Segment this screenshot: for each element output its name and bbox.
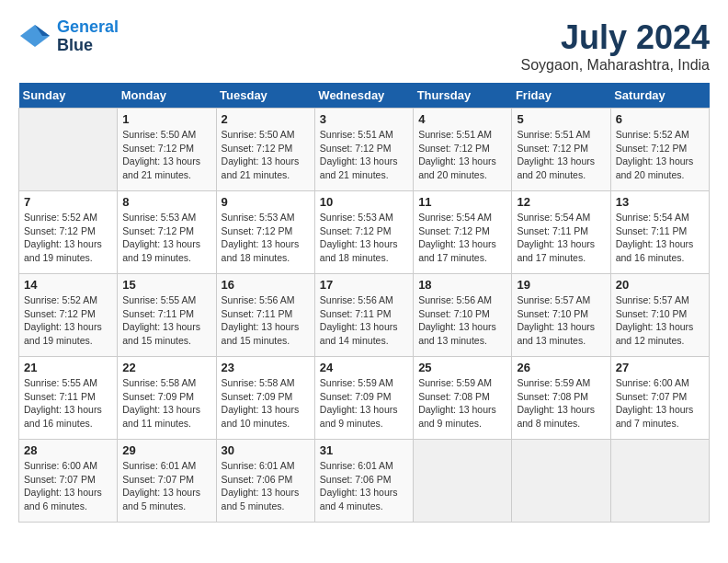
calendar-week-row: 28Sunrise: 6:00 AM Sunset: 7:07 PM Dayli… [19, 440, 710, 523]
calendar-day-cell: 11Sunrise: 5:54 AM Sunset: 7:12 PM Dayli… [414, 191, 512, 274]
calendar-day-cell: 30Sunrise: 6:01 AM Sunset: 7:06 PM Dayli… [216, 440, 314, 523]
calendar-day-cell [512, 440, 610, 523]
calendar-day-cell [19, 109, 118, 191]
weekday-header-wednesday: Wednesday [314, 83, 413, 109]
day-info: Sunrise: 5:57 AM Sunset: 7:10 PM Dayligh… [616, 293, 704, 348]
day-info: Sunrise: 5:51 AM Sunset: 7:12 PM Dayligh… [320, 128, 408, 182]
day-number: 12 [517, 195, 605, 209]
day-info: Sunrise: 5:55 AM Sunset: 7:11 PM Dayligh… [24, 376, 112, 431]
day-info: Sunrise: 5:56 AM Sunset: 7:11 PM Dayligh… [222, 293, 310, 348]
location-subtitle: Soygaon, Maharashtra, India [521, 57, 710, 74]
weekday-header-row: SundayMondayTuesdayWednesdayThursdayFrid… [19, 83, 710, 109]
calendar-day-cell: 8Sunrise: 5:53 AM Sunset: 7:12 PM Daylig… [118, 191, 216, 274]
day-number: 16 [222, 278, 310, 292]
calendar-day-cell: 13Sunrise: 5:54 AM Sunset: 7:11 PM Dayli… [610, 191, 709, 274]
calendar-day-cell: 16Sunrise: 5:56 AM Sunset: 7:11 PM Dayli… [216, 274, 314, 357]
calendar-day-cell: 29Sunrise: 6:01 AM Sunset: 7:07 PM Dayli… [118, 440, 216, 523]
calendar-day-cell: 28Sunrise: 6:00 AM Sunset: 7:07 PM Dayli… [19, 440, 118, 523]
calendar-week-row: 21Sunrise: 5:55 AM Sunset: 7:11 PM Dayli… [19, 357, 710, 440]
weekday-header-friday: Friday [512, 83, 610, 109]
day-number: 8 [122, 195, 210, 209]
calendar-day-cell: 23Sunrise: 5:58 AM Sunset: 7:09 PM Dayli… [216, 357, 314, 440]
day-info: Sunrise: 5:54 AM Sunset: 7:11 PM Dayligh… [517, 211, 605, 265]
calendar-week-row: 14Sunrise: 5:52 AM Sunset: 7:12 PM Dayli… [19, 274, 710, 357]
calendar-day-cell: 1Sunrise: 5:50 AM Sunset: 7:12 PM Daylig… [118, 109, 216, 191]
day-number: 25 [418, 361, 506, 374]
day-info: Sunrise: 5:52 AM Sunset: 7:12 PM Dayligh… [24, 293, 112, 348]
day-info: Sunrise: 5:52 AM Sunset: 7:12 PM Dayligh… [24, 211, 112, 265]
day-number: 4 [418, 112, 506, 126]
page-header: General Blue July 2024 Soygaon, Maharash… [18, 18, 710, 74]
calendar-week-row: 1Sunrise: 5:50 AM Sunset: 7:12 PM Daylig… [19, 109, 710, 191]
day-info: Sunrise: 5:59 AM Sunset: 7:08 PM Dayligh… [418, 376, 506, 431]
day-info: Sunrise: 5:56 AM Sunset: 7:11 PM Dayligh… [320, 293, 408, 348]
day-info: Sunrise: 5:59 AM Sunset: 7:08 PM Dayligh… [517, 376, 605, 431]
day-number: 1 [122, 112, 210, 126]
month-title: July 2024 [521, 18, 710, 57]
calendar-day-cell: 3Sunrise: 5:51 AM Sunset: 7:12 PM Daylig… [314, 109, 413, 191]
day-info: Sunrise: 5:58 AM Sunset: 7:09 PM Dayligh… [222, 376, 310, 431]
calendar-day-cell: 6Sunrise: 5:52 AM Sunset: 7:12 PM Daylig… [610, 109, 709, 191]
day-number: 22 [122, 361, 210, 374]
calendar-day-cell: 24Sunrise: 5:59 AM Sunset: 7:09 PM Dayli… [314, 357, 413, 440]
day-number: 7 [24, 195, 112, 209]
calendar-table: SundayMondayTuesdayWednesdayThursdayFrid… [18, 83, 710, 523]
day-number: 31 [320, 443, 408, 457]
day-number: 2 [222, 112, 310, 126]
day-info: Sunrise: 5:51 AM Sunset: 7:12 PM Dayligh… [418, 128, 506, 182]
day-info: Sunrise: 5:53 AM Sunset: 7:12 PM Dayligh… [222, 211, 310, 265]
day-number: 10 [320, 195, 408, 209]
day-info: Sunrise: 5:55 AM Sunset: 7:11 PM Dayligh… [122, 293, 210, 348]
calendar-day-cell: 12Sunrise: 5:54 AM Sunset: 7:11 PM Dayli… [512, 191, 610, 274]
day-number: 6 [616, 112, 704, 126]
calendar-day-cell [610, 440, 709, 523]
day-number: 29 [122, 443, 210, 457]
calendar-day-cell: 2Sunrise: 5:50 AM Sunset: 7:12 PM Daylig… [216, 109, 314, 191]
weekday-header-saturday: Saturday [610, 83, 709, 109]
calendar-day-cell: 26Sunrise: 5:59 AM Sunset: 7:08 PM Dayli… [512, 357, 610, 440]
calendar-day-cell: 25Sunrise: 5:59 AM Sunset: 7:08 PM Dayli… [414, 357, 512, 440]
day-info: Sunrise: 6:00 AM Sunset: 7:07 PM Dayligh… [616, 376, 704, 431]
weekday-header-sunday: Sunday [19, 83, 118, 109]
day-info: Sunrise: 5:54 AM Sunset: 7:12 PM Dayligh… [418, 211, 506, 265]
day-number: 28 [24, 443, 112, 457]
day-info: Sunrise: 5:56 AM Sunset: 7:10 PM Dayligh… [418, 293, 506, 348]
day-info: Sunrise: 5:53 AM Sunset: 7:12 PM Dayligh… [320, 211, 408, 265]
day-number: 26 [517, 361, 605, 374]
day-number: 14 [24, 278, 112, 292]
day-info: Sunrise: 5:58 AM Sunset: 7:09 PM Dayligh… [122, 376, 210, 431]
day-info: Sunrise: 5:54 AM Sunset: 7:11 PM Dayligh… [616, 211, 704, 265]
calendar-day-cell: 31Sunrise: 6:01 AM Sunset: 7:06 PM Dayli… [314, 440, 413, 523]
calendar-day-cell: 19Sunrise: 5:57 AM Sunset: 7:10 PM Dayli… [512, 274, 610, 357]
calendar-week-row: 7Sunrise: 5:52 AM Sunset: 7:12 PM Daylig… [19, 191, 710, 274]
day-number: 15 [122, 278, 210, 292]
day-info: Sunrise: 6:01 AM Sunset: 7:06 PM Dayligh… [222, 459, 310, 513]
day-number: 27 [616, 361, 704, 374]
day-number: 13 [616, 195, 704, 209]
calendar-day-cell: 27Sunrise: 6:00 AM Sunset: 7:07 PM Dayli… [610, 357, 709, 440]
day-info: Sunrise: 6:00 AM Sunset: 7:07 PM Dayligh… [24, 459, 112, 513]
day-number: 21 [24, 361, 112, 374]
calendar-day-cell: 5Sunrise: 5:51 AM Sunset: 7:12 PM Daylig… [512, 109, 610, 191]
day-info: Sunrise: 6:01 AM Sunset: 7:06 PM Dayligh… [320, 459, 408, 513]
title-block: July 2024 Soygaon, Maharashtra, India [521, 18, 710, 74]
day-number: 17 [320, 278, 408, 292]
calendar-day-cell: 10Sunrise: 5:53 AM Sunset: 7:12 PM Dayli… [314, 191, 413, 274]
calendar-day-cell: 17Sunrise: 5:56 AM Sunset: 7:11 PM Dayli… [314, 274, 413, 357]
calendar-day-cell: 21Sunrise: 5:55 AM Sunset: 7:11 PM Dayli… [19, 357, 118, 440]
calendar-day-cell: 7Sunrise: 5:52 AM Sunset: 7:12 PM Daylig… [19, 191, 118, 274]
day-info: Sunrise: 5:52 AM Sunset: 7:12 PM Dayligh… [616, 128, 704, 182]
logo: General Blue [18, 18, 119, 55]
weekday-header-monday: Monday [118, 83, 216, 109]
calendar-day-cell: 18Sunrise: 5:56 AM Sunset: 7:10 PM Dayli… [414, 274, 512, 357]
day-number: 9 [222, 195, 310, 209]
day-info: Sunrise: 5:51 AM Sunset: 7:12 PM Dayligh… [517, 128, 605, 182]
day-number: 20 [616, 278, 704, 292]
calendar-day-cell: 22Sunrise: 5:58 AM Sunset: 7:09 PM Dayli… [118, 357, 216, 440]
weekday-header-tuesday: Tuesday [216, 83, 314, 109]
day-number: 3 [320, 112, 408, 126]
logo-text: General Blue [57, 18, 119, 55]
day-info: Sunrise: 5:50 AM Sunset: 7:12 PM Dayligh… [122, 128, 210, 182]
calendar-day-cell: 20Sunrise: 5:57 AM Sunset: 7:10 PM Dayli… [610, 274, 709, 357]
calendar-day-cell: 15Sunrise: 5:55 AM Sunset: 7:11 PM Dayli… [118, 274, 216, 357]
